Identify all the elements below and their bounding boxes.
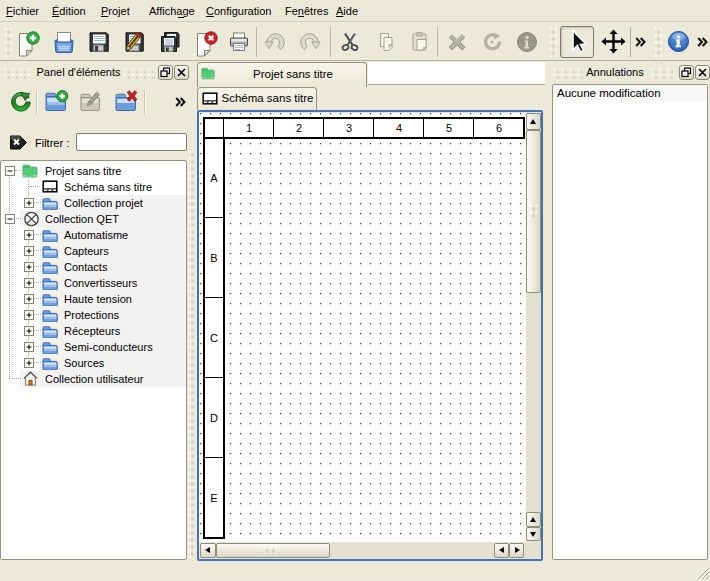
svg-text:E: E: [210, 492, 217, 504]
svg-text:1: 1: [246, 122, 252, 134]
svg-text:C: C: [210, 332, 218, 344]
svg-text:A: A: [210, 172, 218, 184]
svg-text:6: 6: [496, 122, 502, 134]
svg-text:D: D: [210, 412, 218, 424]
svg-text:B: B: [210, 252, 217, 264]
svg-text:2: 2: [296, 122, 302, 134]
svg-text:4: 4: [396, 122, 402, 134]
svg-text:3: 3: [346, 122, 352, 134]
svg-text:5: 5: [446, 122, 452, 134]
